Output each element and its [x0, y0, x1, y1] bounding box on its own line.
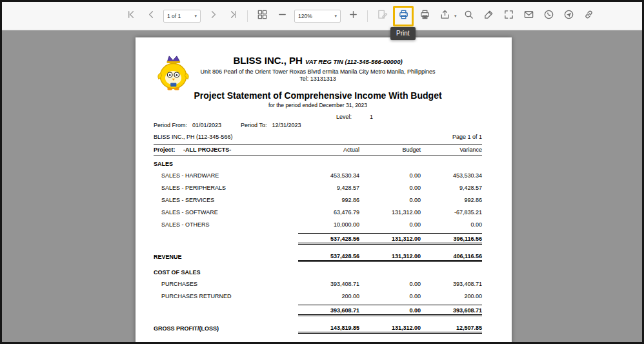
row-variance: 393,408.71	[421, 281, 482, 287]
row-actual: 537,428.56	[298, 233, 359, 245]
row-label: SALES - SOFTWARE	[154, 209, 298, 216]
table-row: SALES - SERVICES992.860.00992.86	[154, 194, 482, 206]
zoom-out-icon	[277, 9, 288, 23]
table-row: SALES - OTHERS10,000.000.000.00	[154, 218, 482, 230]
row-budget: 131,312.00	[359, 323, 421, 334]
table-row: SALES - SOFTWARE63,476.79131,312.00-67,8…	[154, 206, 482, 218]
row-budget: 131,312.00	[359, 209, 421, 216]
row-variance: 393,608.71	[421, 305, 482, 316]
row-variance: 453,530.34	[421, 172, 482, 179]
design-button[interactable]	[374, 8, 390, 24]
period-line: Period From: 01/01/2023 Period To: 12/31…	[154, 122, 482, 129]
zoom-in-icon	[348, 9, 359, 23]
app-window: 1 of 1 ▾ 120% ▾	[0, 0, 644, 344]
company-telephone: Tel: 13131313	[154, 76, 482, 83]
page-selector-value: 1 of 1	[167, 13, 181, 19]
level-label: Level:	[336, 114, 352, 121]
edit-document-button[interactable]	[481, 8, 497, 24]
chevron-down-icon: ▾	[194, 14, 197, 19]
row-label: PURCHASES RETURNED	[154, 293, 298, 299]
print-button[interactable]	[396, 8, 411, 24]
level-line: Level: 1	[154, 114, 482, 121]
export-button[interactable]	[437, 8, 452, 24]
row-label: SALES - PERIPHERALS	[154, 185, 298, 191]
table-row: SALES	[154, 158, 482, 169]
row-label: COST OF SALES	[154, 269, 298, 276]
row-label: SALES - OTHERS	[154, 221, 298, 228]
multi-page-view-button[interactable]	[254, 8, 270, 24]
zoom-level-value: 120%	[298, 13, 312, 19]
row-label: SALES	[154, 161, 298, 167]
row-budget: 0.00	[359, 281, 421, 287]
first-page-button[interactable]	[123, 8, 139, 24]
link-button[interactable]	[581, 8, 597, 24]
company-logo-mascot	[154, 54, 194, 92]
send-share-button[interactable]	[561, 8, 577, 24]
row-label: REVENUE	[154, 254, 298, 260]
row-label: OPERATING INCOME	[154, 341, 298, 344]
whatsapp-share-button[interactable]	[541, 8, 557, 24]
row-actual: 200.00	[298, 293, 359, 299]
mail-share-button[interactable]	[521, 8, 537, 24]
previous-page-button[interactable]	[143, 8, 159, 24]
table-row: 393,608.710.00393,608.71	[154, 303, 482, 318]
zoom-out-button[interactable]	[274, 8, 290, 24]
export-chevron-down-icon[interactable]: ▾	[454, 14, 457, 19]
print-icon	[398, 9, 409, 23]
print-page-button[interactable]	[417, 8, 432, 24]
fullscreen-icon	[503, 9, 514, 23]
table-row: PURCHASES RETURNED200.000.00200.00	[154, 290, 482, 302]
multi-page-view-icon	[257, 9, 268, 23]
column-header-actual: Actual	[298, 147, 359, 153]
company-name: BLISS INC., PH	[233, 55, 303, 66]
next-page-button[interactable]	[205, 8, 221, 24]
row-budget: 131,312.00	[359, 233, 421, 245]
first-page-icon	[126, 9, 137, 23]
search-icon	[463, 9, 474, 23]
table-row: COST OF SALES	[154, 267, 482, 278]
row-variance: 200.00	[421, 293, 482, 299]
row-label: GROSS PROFIT/(LOSS)	[154, 325, 298, 332]
column-header-variance: Variance	[421, 147, 482, 153]
toolbar-separator	[247, 10, 248, 22]
row-variance: 992.86	[421, 197, 482, 203]
export-icon	[439, 9, 450, 23]
fullscreen-button[interactable]	[501, 8, 517, 24]
row-variance: 12,507.85	[421, 323, 482, 334]
edit-document-icon	[483, 9, 494, 23]
row-budget: 0.00	[359, 293, 421, 299]
page-selector-dropdown[interactable]: 1 of 1 ▾	[163, 10, 201, 23]
chevron-down-icon: ▾	[334, 14, 337, 19]
viewer-toolbar: 1 of 1 ▾ 120% ▾	[2, 2, 642, 30]
toolbar-separator	[367, 10, 368, 22]
row-actual: 143,819.85	[298, 323, 359, 334]
project-value: -ALL PROJECTS-	[183, 147, 231, 153]
search-button[interactable]	[461, 8, 477, 24]
company-address: Unit 806 Pearl of the Orient Tower Roxas…	[154, 68, 482, 76]
row-budget: 131,312.00	[359, 251, 421, 262]
last-page-button[interactable]	[225, 8, 241, 24]
page-info: Page 1 of 1	[452, 134, 482, 141]
row-label: PURCHASES	[154, 281, 298, 287]
report-header: BLISS INC., PH VAT REG TIN (112-345-566-…	[154, 56, 482, 108]
row-label: SALES - SERVICES	[154, 197, 298, 203]
row-budget: 0.00	[359, 305, 421, 316]
row-variance: 9,428.57	[421, 185, 482, 191]
send-icon	[563, 9, 574, 23]
row-actual: 9,428.57	[298, 185, 359, 191]
row-variance: -67,835.21	[421, 209, 482, 216]
row-actual: 393,608.71	[298, 305, 359, 316]
zoom-level-dropdown[interactable]: 120% ▾	[294, 10, 341, 23]
period-from-label: Period From:	[154, 122, 187, 129]
row-variance: 406,116.56	[421, 251, 482, 262]
report-table-body: SALESSALES - HARDWARE453,530.340.00453,5…	[154, 158, 482, 344]
zoom-in-button[interactable]	[345, 8, 361, 24]
mail-icon	[523, 9, 534, 23]
previous-page-icon	[146, 9, 157, 23]
next-page-icon	[208, 9, 219, 23]
last-page-icon	[228, 9, 239, 23]
row-variance: 396,116.56	[421, 233, 482, 245]
table-row: OPERATING INCOME	[154, 338, 482, 344]
row-actual: 453,530.34	[298, 172, 359, 179]
table-row: SALES - PERIPHERALS9,428.570.009,428.57	[154, 181, 482, 194]
